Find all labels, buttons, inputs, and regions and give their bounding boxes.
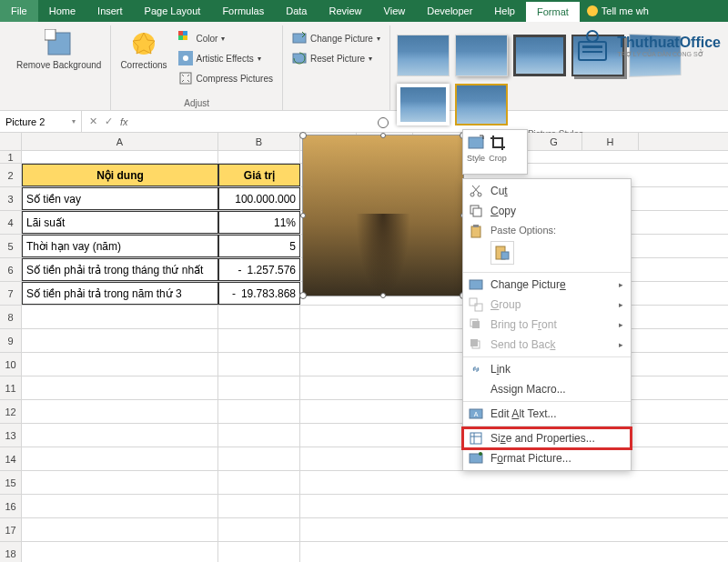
resize-handle-t[interactable] [380, 133, 386, 138]
row-header-5[interactable]: 5 [0, 235, 22, 257]
tell-me[interactable]: Tell me wh [587, 5, 649, 16]
picture-style-1[interactable] [397, 35, 450, 76]
corrections-button[interactable]: Corrections [116, 25, 170, 75]
svg-rect-16 [469, 137, 483, 148]
row-header-14[interactable]: 14 [0, 447, 22, 470]
mini-style-label: Style [467, 154, 485, 163]
context-size-properties[interactable]: Size and Properties... [463, 428, 631, 448]
mini-crop-button[interactable]: Crop [489, 134, 507, 170]
corrections-label: Corrections [120, 60, 167, 71]
context-edit-alt-text[interactable]: A Edit Alt Text... [463, 404, 631, 424]
tab-format[interactable]: Format [526, 0, 580, 22]
svg-point-13 [587, 31, 598, 42]
tab-data[interactable]: Data [275, 0, 318, 22]
resize-handle-l[interactable] [300, 213, 306, 218]
tab-file[interactable]: File [0, 0, 38, 22]
cell-A2[interactable]: Nội dung [22, 164, 218, 186]
context-cut[interactable]: Cut [463, 181, 631, 201]
remove-background-button[interactable]: Remove Background [13, 25, 105, 75]
context-format-picture[interactable]: Format Picture... [463, 448, 631, 468]
paste-icon [469, 225, 483, 239]
paste-option-picture[interactable] [490, 241, 514, 265]
name-box-dropdown-icon[interactable]: ▾ [72, 117, 76, 125]
color-button[interactable]: Color ▾ [175, 29, 277, 47]
tab-home[interactable]: Home [38, 0, 86, 22]
picture-style-6[interactable] [397, 84, 450, 125]
row-header-15[interactable]: 15 [0, 471, 22, 494]
picture-style-3[interactable] [513, 35, 566, 76]
row-header-13[interactable]: 13 [0, 424, 22, 447]
compress-pictures-button[interactable]: Compress Pictures [175, 69, 277, 87]
rotate-handle[interactable] [378, 117, 389, 128]
row-header-12[interactable]: 12 [0, 400, 22, 423]
cell-B5[interactable]: 5 [218, 235, 300, 257]
cell-B1[interactable] [218, 151, 300, 163]
row-18: 18 [0, 542, 728, 562]
row-header-16[interactable]: 16 [0, 495, 22, 517]
resize-handle-bl[interactable] [299, 292, 307, 299]
cell-A5[interactable]: Thời hạn vay (năm) [22, 235, 218, 257]
row-header-1[interactable]: 1 [0, 151, 22, 163]
tab-formulas[interactable]: Formulas [211, 0, 275, 22]
cancel-formula-icon[interactable]: ✕ [89, 115, 97, 127]
cell-A1[interactable] [22, 151, 218, 163]
cell-A7[interactable]: Số tiền phải trả trong năm thứ 3 [22, 282, 218, 305]
change-picture-button[interactable]: Change Picture ▾ [288, 29, 384, 47]
tab-page-layout[interactable]: Page Layout [134, 0, 212, 22]
context-assign-macro[interactable]: Assign Macro... [463, 379, 631, 399]
send-back-icon [469, 337, 483, 352]
row-header-3[interactable]: 3 [0, 187, 22, 210]
cell-A3[interactable]: Số tiền vay [22, 187, 218, 210]
row-header-9[interactable]: 9 [0, 329, 22, 352]
context-change-picture[interactable]: Change Picture ▸ [463, 275, 631, 295]
cell-A4[interactable]: Lãi suất [22, 211, 218, 234]
remove-bg-icon [45, 29, 74, 58]
tab-insert[interactable]: Insert [86, 0, 134, 22]
row-header-2[interactable]: 2 [0, 164, 22, 186]
picture-style-7[interactable] [455, 84, 508, 125]
cell-B6[interactable]: -1.257.576 [218, 258, 300, 281]
col-header-B[interactable]: B [218, 133, 300, 150]
row-header-11[interactable]: 11 [0, 376, 22, 399]
col-header-H[interactable]: H [582, 133, 639, 150]
row-header-6[interactable]: 6 [0, 258, 22, 281]
context-link[interactable]: Link [463, 359, 631, 379]
tab-help[interactable]: Help [483, 0, 526, 22]
picture-style-2[interactable] [455, 35, 508, 76]
cell-B3[interactable]: 100.000.000 [218, 187, 300, 210]
cut-icon [469, 184, 483, 198]
bring-front-icon [469, 317, 483, 332]
artistic-effects-button[interactable]: Artistic Effects ▾ [175, 49, 277, 67]
cell-A6[interactable]: Số tiền phải trả trong tháng thứ nhất [22, 258, 218, 281]
context-group: Group ▸ [463, 295, 631, 315]
row-header-10[interactable]: 10 [0, 353, 22, 376]
context-copy[interactable]: Copy [463, 201, 631, 221]
name-box[interactable]: Picture 2 ▾ [0, 111, 82, 132]
col-header-A[interactable]: A [22, 133, 218, 150]
selected-picture[interactable] [302, 135, 464, 296]
row-17: 17 [0, 518, 728, 542]
resize-handle-tl[interactable] [299, 132, 307, 139]
row-header-17[interactable]: 17 [0, 518, 22, 541]
fx-icon[interactable]: fx [120, 116, 128, 127]
cell-B2[interactable]: Giá trị [218, 164, 300, 186]
row-header-18[interactable]: 18 [0, 542, 22, 562]
tab-developer[interactable]: Developer [416, 0, 483, 22]
watermark-icon [573, 27, 612, 65]
row-header-4[interactable]: 4 [0, 211, 22, 234]
select-all-corner[interactable] [0, 133, 22, 150]
cell-B7[interactable]: -19.783.868 [218, 282, 300, 305]
col-header-G[interactable]: G [526, 133, 582, 150]
resize-handle-b[interactable] [380, 293, 386, 298]
tab-review[interactable]: Review [318, 0, 372, 22]
row-15: 15 [0, 471, 728, 495]
change-picture-ctx-icon [469, 277, 483, 292]
tab-view[interactable]: View [373, 0, 417, 22]
cell-B4[interactable]: 11% [218, 211, 300, 234]
accept-formula-icon[interactable]: ✓ [105, 115, 113, 127]
mini-style-button[interactable]: Style [467, 134, 485, 170]
reset-picture-button[interactable]: Reset Picture ▾ [288, 49, 384, 67]
row-header-8[interactable]: 8 [0, 306, 22, 328]
row-header-7[interactable]: 7 [0, 282, 22, 305]
svg-rect-25 [470, 280, 482, 289]
